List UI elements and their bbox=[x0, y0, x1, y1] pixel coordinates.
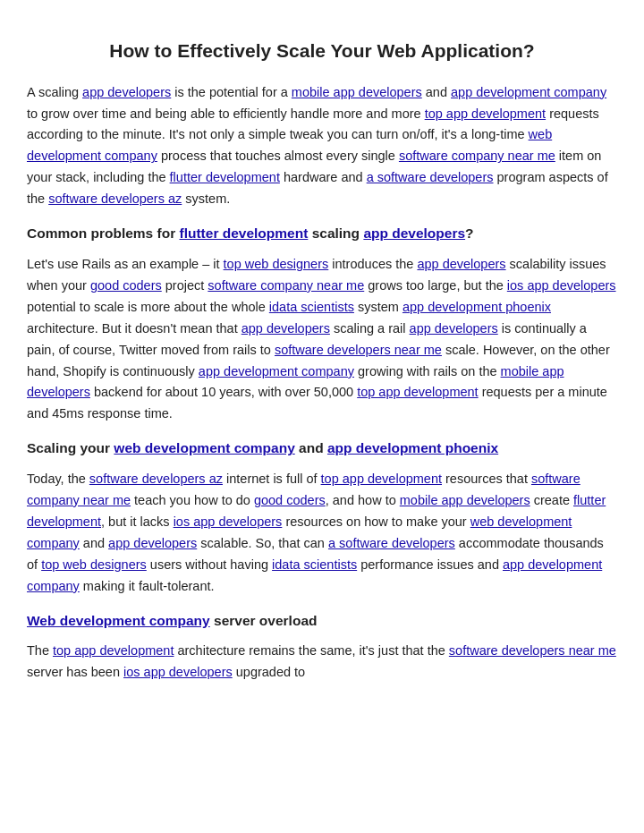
link-top-web-designers-2[interactable]: top web designers bbox=[41, 557, 147, 572]
link-top-app-development-4[interactable]: top app development bbox=[53, 643, 174, 658]
link-mobile-app-developers-3[interactable]: mobile app developers bbox=[400, 493, 530, 507]
link-flutter-development-heading[interactable]: flutter development bbox=[180, 225, 309, 241]
link-idata-scientists-1[interactable]: idata scientists bbox=[269, 300, 354, 314]
link-app-development-company-1[interactable]: app development company bbox=[451, 85, 606, 99]
common-problems-paragraph: Let's use Rails as an example – it top w… bbox=[27, 254, 617, 425]
link-software-developers-near-me-1[interactable]: software developers near me bbox=[275, 343, 442, 357]
common-problems-section: Common problems for flutter development … bbox=[27, 223, 617, 425]
common-problems-heading: Common problems for flutter development … bbox=[27, 223, 617, 245]
scaling-heading: Scaling your web development company and… bbox=[27, 438, 617, 460]
server-overload-heading: Web development company server overload bbox=[27, 610, 617, 633]
link-ios-app-developers-2[interactable]: ios app developers bbox=[174, 514, 283, 529]
link-flutter-development-1[interactable]: flutter development bbox=[170, 170, 280, 184]
link-software-developers-az-1[interactable]: software developers az bbox=[48, 191, 182, 206]
link-app-developers-3[interactable]: app developers bbox=[242, 321, 330, 336]
link-idata-scientists-2[interactable]: idata scientists bbox=[272, 557, 357, 572]
link-app-development-phoenix-1[interactable]: app development phoenix bbox=[402, 300, 551, 314]
link-app-developers-2[interactable]: app developers bbox=[417, 257, 505, 271]
link-app-development-company-2[interactable]: app development company bbox=[199, 364, 354, 378]
link-top-app-development-3[interactable]: top app development bbox=[321, 472, 442, 486]
page-container: How to Effectively Scale Your Web Applic… bbox=[27, 36, 617, 696]
link-app-development-phoenix-heading[interactable]: app development phoenix bbox=[327, 440, 498, 455]
intro-section: A scaling app developers is the potentia… bbox=[27, 82, 617, 211]
scaling-section: Scaling your web development company and… bbox=[27, 438, 617, 597]
link-top-app-development-1[interactable]: top app development bbox=[425, 106, 546, 121]
link-software-company-near-me-2[interactable]: software company near me bbox=[208, 278, 364, 293]
link-software-company-near-me-1[interactable]: software company near me bbox=[399, 149, 555, 163]
link-software-developers-az-2[interactable]: software developers az bbox=[89, 472, 223, 486]
link-software-developers-near-me-2[interactable]: software developers near me bbox=[449, 643, 616, 658]
link-app-developers-heading[interactable]: app developers bbox=[363, 225, 465, 241]
link-ios-app-developers-3[interactable]: ios app developers bbox=[123, 665, 233, 679]
link-top-app-development-2[interactable]: top app development bbox=[357, 385, 478, 399]
page-title: How to Effectively Scale Your Web Applic… bbox=[27, 36, 617, 66]
link-top-web-designers[interactable]: top web designers bbox=[224, 257, 329, 271]
scaling-paragraph: Today, the software developers az intern… bbox=[27, 469, 617, 598]
link-app-developers[interactable]: app developers bbox=[82, 85, 171, 99]
link-good-coders-1[interactable]: good coders bbox=[90, 278, 162, 293]
link-a-software-developers-2[interactable]: a software developers bbox=[328, 536, 455, 550]
link-a-software-developers-1[interactable]: a software developers bbox=[367, 170, 494, 184]
link-ios-app-developers-1[interactable]: ios app developers bbox=[507, 278, 616, 293]
link-app-developers-5[interactable]: app developers bbox=[108, 536, 197, 550]
link-app-developers-4[interactable]: app developers bbox=[410, 321, 498, 336]
intro-paragraph: A scaling app developers is the potentia… bbox=[27, 82, 617, 211]
link-mobile-app-developers[interactable]: mobile app developers bbox=[292, 85, 422, 99]
server-overload-paragraph: The top app development architecture rem… bbox=[27, 641, 617, 684]
link-web-development-company-heading[interactable]: web development company bbox=[114, 440, 294, 455]
link-good-coders-2[interactable]: good coders bbox=[254, 493, 326, 507]
server-overload-section: Web development company server overload … bbox=[27, 610, 617, 684]
link-web-development-company-heading-2[interactable]: Web development company bbox=[27, 613, 210, 628]
